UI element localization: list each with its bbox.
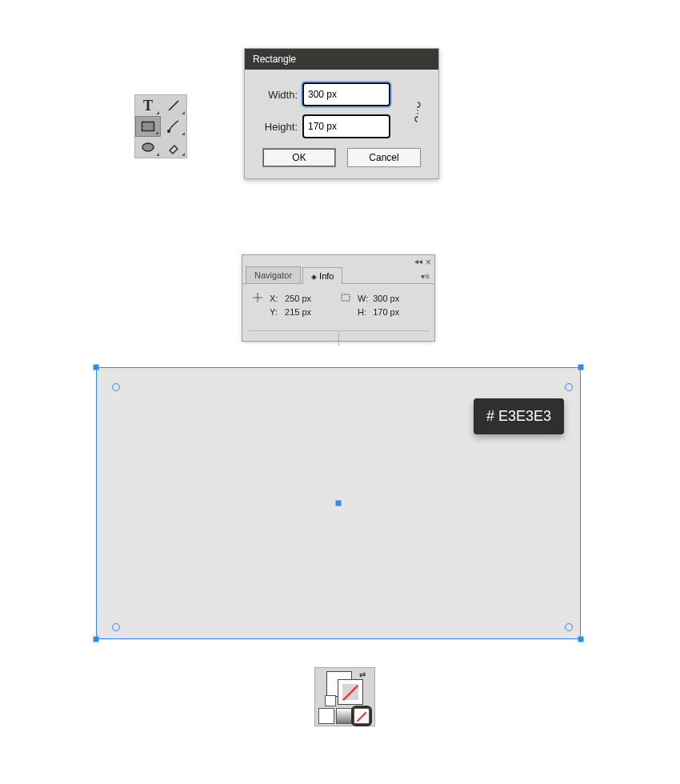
y-value: 215 px	[285, 307, 311, 317]
width-label: Width:	[256, 89, 298, 101]
h-label: H:	[358, 306, 370, 319]
w-label: W:	[358, 292, 370, 306]
rectangle-tool[interactable]	[135, 116, 161, 137]
tab-info[interactable]: ◈Info	[302, 267, 342, 284]
canvas-stage[interactable]: # E3E3E3	[91, 362, 586, 644]
live-corner-br[interactable]	[565, 623, 573, 631]
center-handle[interactable]	[336, 501, 342, 506]
tab-navigator[interactable]: Navigator	[246, 266, 301, 283]
default-fill-stroke-icon[interactable]	[325, 695, 336, 706]
selected-rectangle[interactable]: # E3E3E3	[96, 367, 581, 639]
color-mode-none[interactable]	[354, 708, 370, 724]
close-icon[interactable]: ×	[426, 257, 431, 266]
height-label: Height:	[256, 121, 298, 133]
color-mode-gradient[interactable]	[336, 708, 352, 724]
y-label: Y:	[270, 306, 282, 319]
live-corner-tl[interactable]	[112, 383, 120, 391]
dimensions-icon	[340, 292, 351, 305]
svg-point-2	[167, 130, 170, 133]
constrain-proportions-icon[interactable]	[408, 97, 427, 127]
fill-color-tag: # E3E3E3	[474, 398, 564, 434]
height-input[interactable]	[302, 114, 390, 138]
tab-info-label: Info	[319, 271, 334, 281]
rectangle-dialog: Rectangle Width: Height: OK	[244, 48, 439, 179]
handle-br[interactable]	[578, 637, 584, 642]
swap-fill-stroke-icon[interactable]: ⇄	[359, 670, 366, 679]
cancel-button[interactable]: Cancel	[347, 148, 421, 167]
tools-palette: T	[134, 94, 187, 158]
x-value: 250 px	[285, 294, 311, 303]
handle-tl[interactable]	[94, 365, 99, 370]
position-icon	[252, 292, 263, 305]
eraser-tool[interactable]	[161, 137, 186, 158]
svg-line-0	[169, 101, 178, 110]
paintbrush-tool[interactable]	[161, 116, 186, 137]
x-label: X:	[270, 292, 282, 306]
svg-rect-7	[342, 294, 350, 301]
ok-button[interactable]: OK	[262, 148, 336, 167]
svg-rect-1	[142, 122, 154, 131]
line-segment-tool[interactable]	[161, 95, 186, 116]
collapse-icon[interactable]: ◂◂	[414, 257, 422, 266]
handle-tr[interactable]	[578, 365, 584, 370]
ellipse-tool[interactable]	[135, 137, 161, 158]
info-panel: ◂◂ × Navigator ◈Info ▾≡ X: 250 px Y: 215…	[242, 254, 435, 342]
fill-stroke-palette: ⇄	[314, 667, 375, 726]
stroke-swatch[interactable]	[338, 679, 363, 705]
live-corner-bl[interactable]	[112, 623, 120, 631]
panel-menu-icon[interactable]: ▾≡	[416, 270, 434, 283]
handle-bl[interactable]	[94, 637, 99, 642]
type-tool[interactable]: T	[135, 95, 161, 116]
svg-point-3	[142, 143, 154, 151]
h-value: 170 px	[373, 307, 399, 317]
width-input[interactable]	[302, 82, 390, 106]
live-corner-tr[interactable]	[565, 383, 573, 391]
dialog-title: Rectangle	[245, 49, 438, 70]
color-mode-solid[interactable]	[318, 708, 334, 724]
w-value: 300 px	[373, 294, 399, 303]
